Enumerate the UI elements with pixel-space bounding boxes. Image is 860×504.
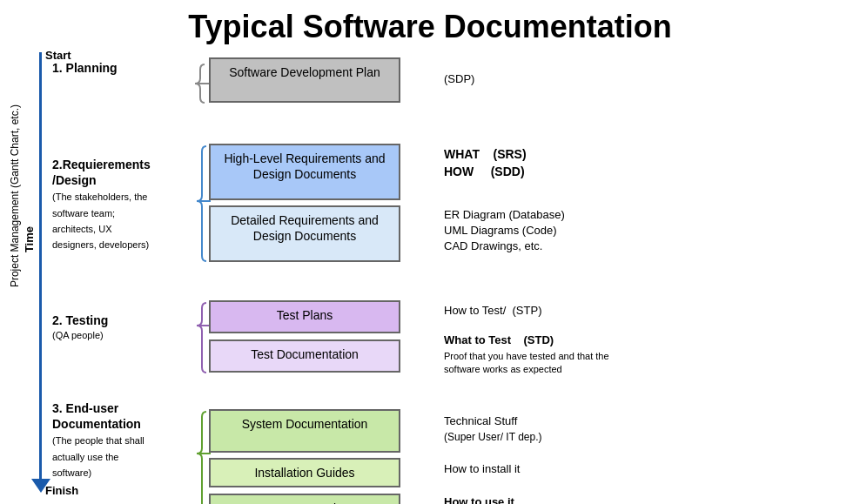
label-what-to-test: What to Test (STD) xyxy=(444,333,554,348)
label-highlevel: WHAT (SRS)HOW (SDD) xyxy=(444,146,527,180)
timeline-arrow xyxy=(39,52,42,479)
label-usermanuals: How to use it(End User) xyxy=(444,494,514,504)
box-sysdoc: System Documentation xyxy=(209,409,400,453)
main-title: Typical Software Documentation xyxy=(0,0,860,52)
phase-req-design: 2.Requierements /Design (The stakeholder… xyxy=(52,157,152,252)
label-detailed: ER Diagram (Database)UML Diagrams (Code)… xyxy=(444,207,565,255)
middle-panel: Software Development Plan High-Level Req… xyxy=(157,52,435,504)
box-usermanuals: User Manuals xyxy=(209,494,400,504)
phase-planning: 1. Planning xyxy=(52,61,118,75)
label-installguides: How to install it xyxy=(444,461,520,477)
time-label: Time xyxy=(23,226,36,252)
label-proof: Proof that you have tested and that thes… xyxy=(444,350,609,377)
label-sysdoc: Technical Stuff(Super User/ IT dep.) xyxy=(444,413,542,445)
start-label: Start xyxy=(45,49,71,62)
box-highlevel: High-Level Requirements and Design Docum… xyxy=(209,144,400,200)
content-area: Project Management (Gantt Chart, etc.) S… xyxy=(0,52,860,504)
page-container: Typical Software Documentation Project M… xyxy=(0,0,860,504)
box-testplans: Test Plans xyxy=(209,300,400,333)
left-panel: Project Management (Gantt Chart, etc.) S… xyxy=(9,52,157,504)
phase-testing: 2. Testing (QA people) xyxy=(52,313,108,341)
finish-label: Finish xyxy=(45,484,78,497)
box-detailed: Detailed Requirements and Design Documen… xyxy=(209,205,400,262)
right-panel: (SDP) WHAT (SRS)HOW (SDD) ER Diagram (Da… xyxy=(435,52,860,504)
phase-enduser: 3. End-user Documentation (The people th… xyxy=(52,400,152,480)
project-mgmt-label: Project Management (Gantt Chart, etc.) xyxy=(9,104,21,287)
label-testplans: How to Test/ (STP) xyxy=(444,303,541,319)
box-sdp: Software Development Plan xyxy=(209,57,400,103)
box-installguides: Installation Guides xyxy=(209,458,400,487)
label-sdp: (SDP) xyxy=(444,71,474,87)
box-testdoc: Test Documentation xyxy=(209,339,400,373)
